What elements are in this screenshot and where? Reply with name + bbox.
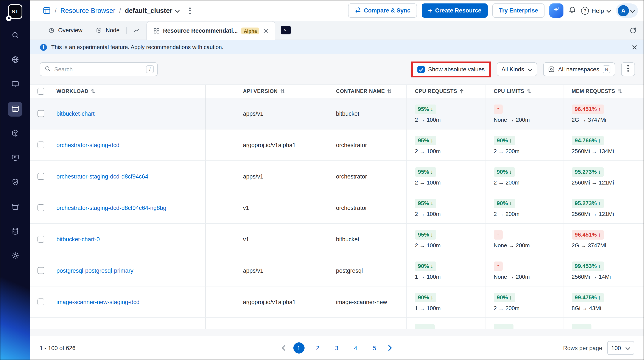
page-4[interactable]: 4 (350, 342, 361, 354)
next-page-icon[interactable] (388, 345, 392, 351)
compare-sync-button[interactable]: Compare & Sync (348, 3, 417, 18)
tab-overview[interactable]: Overview (42, 21, 89, 39)
sidebar-item-settings[interactable] (8, 249, 22, 264)
sort-icon[interactable] (91, 89, 96, 94)
kind-filter-dropdown[interactable]: All Kinds (497, 62, 537, 76)
tab-resource-recommendations[interactable]: Resource Recommendati... Alpha (146, 21, 276, 40)
trend-badge: 90%↓ (415, 261, 436, 271)
cluster-selector[interactable]: default_cluster (125, 7, 180, 14)
workload-cell (56, 318, 206, 329)
page-3[interactable]: 3 (331, 342, 342, 354)
refresh-icon[interactable] (629, 27, 637, 34)
sort-icon[interactable] (618, 89, 622, 94)
breadcrumb-kebab-menu-icon[interactable] (185, 6, 195, 15)
tab-overview-label: Overview (58, 27, 82, 33)
value-change: 2560Mi → 121Mi (572, 179, 614, 185)
row-checkbox[interactable] (38, 267, 44, 274)
row-checkbox[interactable] (38, 173, 44, 180)
chevron-down-icon (630, 7, 635, 14)
select-all-cell (30, 85, 56, 98)
workload-link[interactable]: orchestrator-staging-dcd-d8cf94c64-ng8bg (56, 204, 166, 211)
bell-icon (568, 5, 576, 15)
row-checkbox[interactable] (38, 142, 44, 148)
tab-terminal[interactable]: >_ (276, 21, 296, 39)
ai-assistant-button[interactable] (549, 3, 564, 18)
cpu-limits-cell: 90%↓ 2 → 200m (485, 286, 563, 317)
value-change: 1 → 100m (415, 273, 441, 280)
workload-link[interactable]: orchestrator-staging-dcd-d8cf94c64 (56, 173, 148, 180)
page-1[interactable]: 1 (293, 342, 304, 354)
sidebar-item-jobs[interactable] (8, 200, 22, 215)
sidebar-item-monitor[interactable] (8, 77, 22, 92)
row-select-cell (30, 255, 56, 286)
sidebar-item-resource-browser[interactable] (8, 102, 22, 117)
trend-percent: 99.475% (575, 294, 597, 301)
cpu-limits-cell: ↑ None → 200m (485, 224, 563, 255)
try-enterprise-button[interactable]: Try Enterprise (492, 3, 545, 18)
search-input[interactable] (54, 66, 142, 72)
trend-arrow-icon: ↓ (598, 262, 601, 270)
trend-arrow-icon: ↓ (509, 137, 512, 144)
select-all-checkbox[interactable] (38, 88, 44, 95)
container-name-value: orchestrator (336, 204, 367, 211)
show-absolute-checkbox[interactable] (418, 66, 425, 73)
api-version-header-label: API VERSION (243, 88, 278, 94)
search-box[interactable]: / (40, 62, 158, 76)
row-checkbox[interactable] (38, 204, 44, 211)
workload-header-label: WORKLOAD (56, 88, 88, 94)
value-change: 2 → 100m (415, 116, 441, 123)
namespace-filter-dropdown[interactable]: All namespaces N (543, 62, 615, 76)
sort-icon[interactable] (527, 89, 531, 94)
sidebar-item-security[interactable] (8, 176, 22, 190)
value-change: 2G → 3747Mi (572, 242, 606, 248)
cpu-requests-cell: 95%↓ 2 → 100m (406, 192, 485, 223)
banner-close-icon[interactable] (632, 44, 637, 50)
row-checkbox[interactable] (38, 110, 44, 117)
breadcrumb-resource-browser[interactable]: Resource Browser (60, 7, 115, 14)
trend-arrow-icon: ↓ (598, 168, 601, 176)
show-absolute-values-annotation: Show absolute values (412, 61, 491, 77)
mem-requests-cell: 96.451%↑ 2G → 3747Mi (563, 224, 644, 255)
value-change: 2560Mi → 14Mi (572, 273, 611, 280)
sidebar-item-deployments[interactable] (8, 151, 22, 166)
page-2[interactable]: 2 (312, 342, 323, 354)
sidebar-item-search[interactable] (8, 28, 22, 43)
workload-link[interactable]: bitbucket-chart-0 (56, 236, 100, 242)
page-5[interactable]: 5 (369, 342, 380, 354)
row-checkbox[interactable] (38, 299, 44, 305)
compare-sync-label: Compare & Sync (364, 7, 410, 14)
show-absolute-label[interactable]: Show absolute values (428, 66, 485, 72)
tab-node[interactable]: Node (90, 21, 126, 39)
user-menu[interactable]: A (616, 3, 638, 18)
workload-link[interactable]: orchestrator-staging-dcd (56, 142, 120, 148)
app-logo[interactable]: ST (8, 4, 22, 19)
row-checkbox[interactable] (38, 236, 44, 243)
cpu-limits-cell: 90%↓ 2 → 200m (485, 192, 563, 223)
trend-percent: 99.453% (575, 262, 597, 270)
rows-per-page-select[interactable]: 100 (608, 341, 634, 355)
workload-link[interactable]: postgresql-postgresql-primary (56, 267, 133, 274)
help-menu[interactable]: ? Help (581, 7, 611, 14)
value-change: 8Gi → 43Mi (572, 305, 601, 311)
prev-page-icon[interactable] (282, 345, 286, 351)
trend-percent: 95% (418, 199, 429, 207)
sidebar-item-packages[interactable] (8, 127, 22, 141)
sidebar-item-storage[interactable] (8, 224, 22, 239)
namespace-icon (548, 66, 554, 73)
sidebar-item-clusters[interactable] (8, 53, 22, 67)
workload-cell: postgresql-postgresql-primary (56, 255, 206, 286)
workload-link[interactable]: image-scanner-new-staging-dcd (56, 299, 140, 305)
workload-link[interactable]: bitbucket-chart (56, 110, 94, 117)
notifications-button[interactable] (568, 5, 576, 15)
sort-asc-icon[interactable] (460, 89, 464, 94)
tab-monitoring[interactable] (126, 21, 146, 39)
create-resource-button[interactable]: + Create Resource (422, 3, 488, 18)
value-change: None → 200m (494, 116, 530, 123)
sort-icon[interactable] (388, 89, 392, 94)
sort-icon[interactable] (280, 89, 284, 94)
container-name-cell: orchestrator (312, 161, 406, 192)
close-tab-icon[interactable] (264, 28, 268, 33)
table-kebab-menu[interactable] (621, 62, 635, 76)
container-name-value: postgresql (336, 267, 363, 274)
workload-header-cell: WORKLOAD (56, 85, 206, 98)
